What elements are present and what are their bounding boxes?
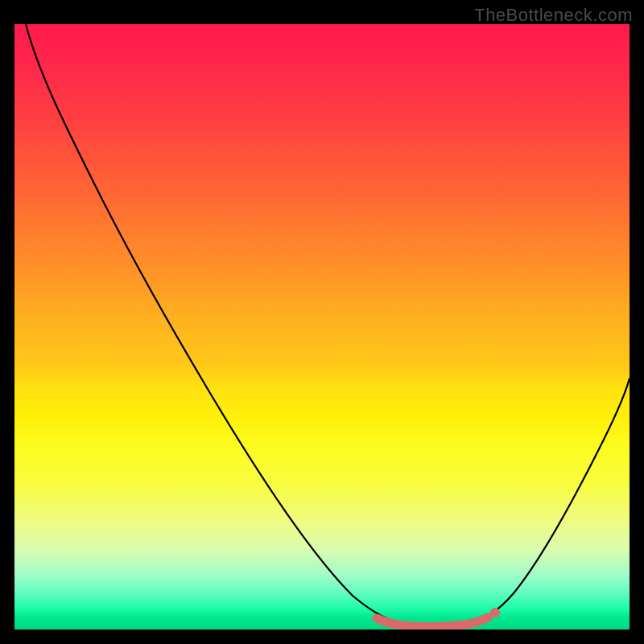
- chart-svg: [14, 24, 630, 630]
- bottleneck-curve-line: [26, 24, 630, 626]
- optimal-zone-marker: [377, 617, 488, 626]
- watermark-text: TheBottleneck.com: [474, 5, 633, 26]
- chart-plot-area: [14, 24, 630, 630]
- marker-endpoint-dot: [490, 608, 500, 617]
